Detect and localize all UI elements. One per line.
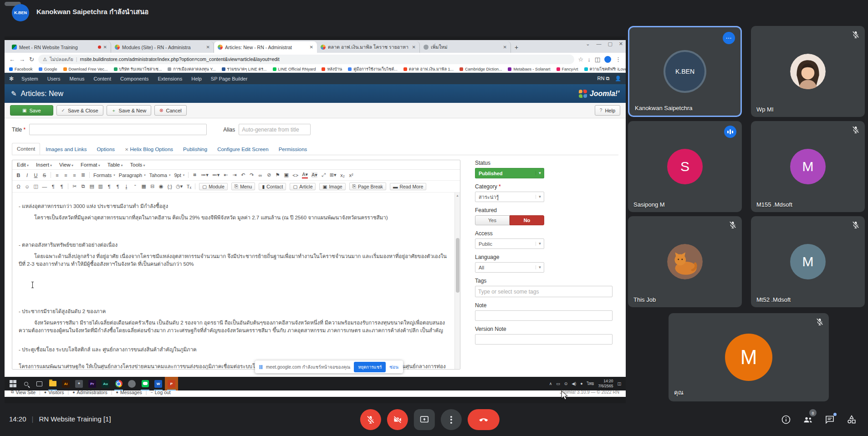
illustrator-button[interactable]: Ai xyxy=(59,377,72,390)
file-explorer-button[interactable] xyxy=(46,377,59,390)
chat-button[interactable] xyxy=(824,414,835,425)
insert-module-button[interactable]: ▢Module xyxy=(199,183,227,190)
ltr-icon[interactable]: ¶ xyxy=(51,184,56,189)
browser-menu-icon[interactable]: ⋮ xyxy=(615,56,621,63)
fullscreen-icon[interactable]: ⤢ xyxy=(321,172,326,178)
tray-expand-icon[interactable]: ∧ xyxy=(549,381,552,386)
visual-chars-icon[interactable]: ¶ xyxy=(115,184,120,189)
tab-publishing[interactable]: Publishing xyxy=(179,144,212,155)
more-options-button[interactable] xyxy=(441,409,462,430)
tab-options[interactable]: Options xyxy=(92,144,119,155)
editor-menu-format[interactable]: Format xyxy=(81,162,100,167)
text-color-icon[interactable]: A▾ xyxy=(302,172,308,178)
bookmark-item[interactable]: ความโชคดีฟรี! iLove... xyxy=(584,66,626,72)
powerpoint-button[interactable]: P xyxy=(165,377,178,390)
audition-button[interactable]: Au xyxy=(99,377,112,390)
undo-icon[interactable]: ↶ xyxy=(240,172,245,178)
profile-avatar[interactable] xyxy=(604,56,611,63)
access-select[interactable]: Public▼ xyxy=(475,238,544,249)
address-bar[interactable]: ⚠ ไม่ปลอดภัย | rnsite.buildinstore.com/a… xyxy=(38,55,574,64)
copy-icon[interactable]: ⧉ xyxy=(81,183,86,189)
emoticon-icon[interactable]: ☺ xyxy=(25,184,30,189)
title-input[interactable] xyxy=(29,124,207,135)
underline-icon[interactable]: U xyxy=(33,172,38,178)
tab-images-links[interactable]: Images and Links xyxy=(41,144,91,155)
editor-menu-view[interactable]: View xyxy=(59,162,73,167)
menu-extensions[interactable]: Extensions xyxy=(153,76,186,81)
utility-app-button[interactable]: ⌖ xyxy=(72,377,86,390)
align-right-icon[interactable]: ≡ xyxy=(72,172,77,178)
anchor-icon[interactable]: ⚑ xyxy=(275,172,280,178)
paste-icon[interactable]: ▤ xyxy=(89,183,94,189)
search-replace-icon[interactable]: ⌗ xyxy=(192,172,197,178)
reload-icon[interactable]: ↻ xyxy=(29,56,34,63)
scroll-up-icon[interactable]: ▲ xyxy=(456,193,459,198)
notification-center-icon[interactable]: ◫ xyxy=(617,381,621,386)
insert-image-button[interactable]: ▣Image xyxy=(319,183,345,190)
special-char-icon[interactable]: Ω xyxy=(16,184,21,189)
category-select[interactable]: สาระน่ารู้▼ xyxy=(475,192,544,202)
note-input[interactable] xyxy=(475,310,613,321)
bookmark-item[interactable]: Download Free Vec... xyxy=(63,67,108,71)
indent-icon[interactable]: ⇥ xyxy=(232,172,237,178)
bookmark-item[interactable]: Cambridge Diction... xyxy=(460,67,502,71)
tray-app-icon[interactable]: ⊙ xyxy=(564,381,568,386)
bookmark-item[interactable]: รวมขนาดๆ LINE ตร... xyxy=(222,66,267,72)
cut-icon[interactable]: ✂ xyxy=(72,183,77,189)
menu-system[interactable]: System xyxy=(17,76,42,81)
menu-components[interactable]: Components xyxy=(116,76,153,81)
show-blocks-icon[interactable]: ¶ xyxy=(107,184,112,189)
insert-datetime-icon[interactable]: ◷▾ xyxy=(176,183,183,189)
template-icon[interactable]: ⭳ xyxy=(124,184,129,189)
bookmark-item[interactable]: การเมืองตลาดลงทุน Y... xyxy=(168,66,215,72)
formats-dropdown[interactable]: Formats xyxy=(93,172,115,178)
editor-scrollbar[interactable]: ▲ xyxy=(454,193,460,369)
version-note-input[interactable] xyxy=(475,334,613,345)
present-button[interactable] xyxy=(414,409,435,430)
participant-tile-mt52[interactable]: M Mt52 .Mdsoft xyxy=(751,216,865,307)
insert-article-button[interactable]: ▢Article xyxy=(290,183,316,190)
numbered-list-icon[interactable]: ≕▾ xyxy=(212,172,220,178)
outdent-icon[interactable]: ⇤ xyxy=(223,172,228,178)
clock[interactable]: 14:207/6/2565 xyxy=(598,379,613,388)
back-icon[interactable]: ← xyxy=(9,56,15,63)
redo-icon[interactable]: ↷ xyxy=(249,172,254,178)
forward-icon[interactable]: → xyxy=(19,56,25,63)
menu-sp-page-builder[interactable]: SP Page Builder xyxy=(207,76,252,81)
participant-tile-you[interactable]: M คุณ xyxy=(669,313,829,401)
rtl-icon[interactable]: ¶ xyxy=(59,184,64,189)
bookmark-item[interactable]: Google xyxy=(39,67,57,71)
mic-tray-icon[interactable]: ● xyxy=(580,381,582,386)
bold-icon[interactable]: B xyxy=(16,172,21,178)
menu-help[interactable]: Help xyxy=(187,76,206,81)
participant-tile-m155[interactable]: M M155 .Mdsoft xyxy=(751,121,865,212)
minimize-icon[interactable]: — xyxy=(596,41,601,47)
word-button[interactable]: W xyxy=(152,377,165,390)
bookmark-item[interactable]: หลังบ้าน xyxy=(322,66,342,72)
editor-menu-insert[interactable]: Insert xyxy=(36,162,52,167)
blockquote-icon[interactable]: “ xyxy=(133,184,138,189)
language-indicator[interactable]: ไทย xyxy=(587,380,594,387)
tags-input[interactable] xyxy=(475,286,613,297)
paste-text-icon[interactable]: ▥ xyxy=(98,183,103,189)
display-icon[interactable]: ▭ xyxy=(556,381,560,386)
editor-menu-tools[interactable]: Tools xyxy=(130,162,145,167)
table-icon[interactable]: ⊞▾ xyxy=(330,172,337,178)
tab-configure-edit-screen[interactable]: Configure Edit Screen xyxy=(213,144,273,155)
featured-no-button[interactable]: No xyxy=(510,215,544,225)
language-select[interactable]: All▼ xyxy=(475,262,544,273)
camera-toggle-button[interactable] xyxy=(387,409,408,430)
featured-yes-button[interactable]: Yes xyxy=(475,215,510,225)
meeting-details-button[interactable] xyxy=(781,414,791,425)
leave-call-button[interactable] xyxy=(468,409,500,430)
task-view-button[interactable] xyxy=(33,377,46,390)
tile-options-icon[interactable]: ⋯ xyxy=(723,32,735,44)
preview-icon[interactable]: ◉ xyxy=(158,183,163,189)
participant-tile-wp-mi[interactable]: Wp MI xyxy=(751,26,865,117)
editor-menu-edit[interactable]: Edit xyxy=(17,162,29,167)
fontsize-dropdown[interactable]: 9pt xyxy=(174,172,184,178)
bookmark-item[interactable]: Metabaes - Solanart xyxy=(508,67,550,71)
participant-tile-kanokwan[interactable]: K.BEN ⋯ Kanokwan Saipetchra xyxy=(628,26,742,117)
tab-articles-new[interactable]: Articles: New - RN - Administrat ✕ xyxy=(214,41,317,53)
subscript-icon[interactable]: x₂ xyxy=(340,172,345,178)
